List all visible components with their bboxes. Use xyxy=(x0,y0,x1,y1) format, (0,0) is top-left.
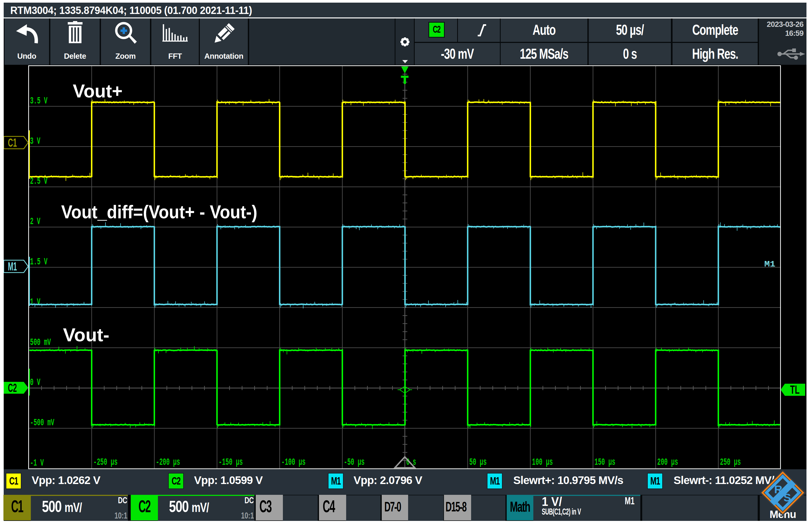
svg-text:Vout_diff=(Vout+ - Vout-): Vout_diff=(Vout+ - Vout-) xyxy=(61,201,257,222)
svg-text:0 s: 0 s xyxy=(406,457,416,468)
svg-text:3 V: 3 V xyxy=(30,136,40,147)
svg-text:500 mV: 500 mV xyxy=(30,337,51,348)
svg-text:1 V: 1 V xyxy=(30,297,40,308)
svg-text:3.5 V: 3.5 V xyxy=(30,95,48,106)
svg-text:C2: C2 xyxy=(8,381,17,394)
svg-text:-50 µs: -50 µs xyxy=(344,457,365,468)
svg-text:Vout+: Vout+ xyxy=(73,80,123,102)
svg-text:C1: C1 xyxy=(8,136,17,149)
svg-text:-500 mV: -500 mV xyxy=(30,417,54,428)
svg-text:0 V: 0 V xyxy=(30,377,40,388)
svg-text:2 V: 2 V xyxy=(30,216,40,227)
svg-text:M1: M1 xyxy=(8,260,17,273)
svg-text:M1: M1 xyxy=(764,259,775,269)
svg-text:100 µs: 100 µs xyxy=(532,457,553,468)
svg-text:-150 µs: -150 µs xyxy=(219,457,243,468)
svg-text:200 µs: 200 µs xyxy=(657,457,678,468)
svg-text:-250 µs: -250 µs xyxy=(93,457,118,468)
svg-text:R: R xyxy=(774,483,782,495)
svg-text:Vout-: Vout- xyxy=(63,324,109,345)
svg-text:S: S xyxy=(783,491,791,504)
svg-text:50 µs: 50 µs xyxy=(469,457,487,468)
svg-text:-100 µs: -100 µs xyxy=(281,457,306,468)
svg-text:150 µs: 150 µs xyxy=(594,457,615,468)
svg-text:1.5 V: 1.5 V xyxy=(30,256,48,267)
svg-text:TL: TL xyxy=(790,383,800,396)
svg-text:-1 V: -1 V xyxy=(30,458,44,468)
svg-text:-200 µs: -200 µs xyxy=(156,457,180,468)
svg-text:250 µs: 250 µs xyxy=(720,457,741,468)
